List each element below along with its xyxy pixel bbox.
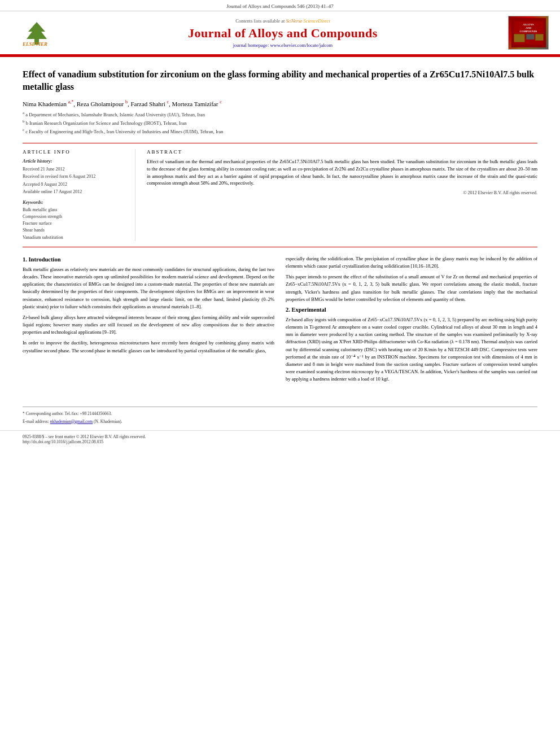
affiliations: a a Department of Mechanics, Islamshahr …	[23, 110, 537, 135]
journal-banner: ELSEVIER Contents lists available at Sci…	[0, 11, 560, 55]
svg-text:ALLOYS: ALLOYS	[523, 23, 534, 26]
copyright-line: © 2012 Elsevier B.V. All rights reserved…	[147, 190, 537, 195]
elsevier-logo-area: ELSEVIER	[11, 19, 62, 46]
main-content: Effect of vanadium substitution for zirc…	[0, 57, 560, 397]
keyword-1: Bulk metallic glass	[23, 207, 127, 213]
svg-text:COMPOUNDS: COMPOUNDS	[519, 30, 537, 33]
intro-col2-para-1: especially during the solidification. Th…	[286, 255, 537, 270]
received-date: Received 21 June 2012	[23, 166, 127, 172]
article-info-abstract-section: ARTICLE INFO Article history: Received 2…	[23, 143, 537, 247]
intro-para-1: Bulk metallic glasses as relatively new …	[23, 266, 274, 311]
keyword-2: Compression strength	[23, 213, 127, 220]
svg-text:AND: AND	[525, 27, 531, 29]
introduction-title: 1. Introduction	[23, 256, 274, 263]
issn-line: 0925-8388/$ – see front matter © 2012 El…	[23, 434, 537, 439]
body-section: 1. Introduction Bulk metallic glasses as…	[23, 255, 537, 387]
svg-text:ELSEVIER: ELSEVIER	[22, 41, 47, 46]
svg-rect-9	[526, 34, 534, 39]
svg-rect-10	[535, 34, 543, 40]
affiliation-c: c c Faculty of Engineering and High-Tech…	[23, 127, 537, 136]
journal-title: Journal of Alloys and Compounds	[68, 26, 498, 41]
article-info-column: ARTICLE INFO Article history: Received 2…	[23, 149, 135, 241]
doi-line: http://dx.doi.org/10.1016/j.jallcom.2012…	[23, 439, 537, 444]
homepage-line: journal homepage: www.elsevier.com/locat…	[68, 42, 498, 48]
sciverse-line: Contents lists available at SciVerse Sci…	[68, 18, 498, 24]
abstract-heading: ABSTRACT	[147, 149, 537, 155]
history-label: Article history:	[23, 158, 127, 164]
affiliation-b: b b Iranian Research Organization for Sc…	[23, 119, 537, 127]
svg-marker-1	[27, 22, 47, 39]
available-date: Available online 17 August 2012	[23, 189, 127, 195]
revised-date: Received in revised form 6 August 2012	[23, 173, 127, 180]
footer-rule	[23, 407, 537, 410]
accepted-date: Accepted 8 August 2012	[23, 181, 127, 187]
svg-rect-8	[514, 34, 524, 42]
journal-reference: Journal of Alloys and Compounds 546 (201…	[0, 0, 560, 11]
intro-col2-para-2: This paper intends to present the effect…	[286, 273, 537, 303]
paper-title: Effect of vanadium substitution for zirc…	[23, 68, 537, 94]
intro-para-3: In order to improve the ductility, heter…	[23, 339, 274, 354]
journal-logo-area: ALLOYS AND COMPOUNDS	[504, 16, 549, 50]
journal-logo-box: ALLOYS AND COMPOUNDS	[508, 16, 549, 50]
footer-bottom: 0925-8388/$ – see front matter © 2012 El…	[0, 430, 560, 450]
authors-line: Nima Khademian a,*, Reza Gholamipour b, …	[23, 99, 537, 107]
keyword-5: Vanadium substitution	[23, 234, 127, 241]
body-col-left: 1. Introduction Bulk metallic glasses as…	[23, 255, 274, 387]
keywords-label: Keywords:	[23, 199, 127, 205]
abstract-text: Effect of vanadium on the thermal and me…	[147, 158, 537, 187]
journal-cover-icon: ALLOYS AND COMPOUNDS	[510, 18, 547, 47]
intro-para-2: Zr-based bulk glassy alloys have attract…	[23, 314, 274, 337]
experimental-text: Zr-based alloy ingots with composition o…	[286, 316, 537, 383]
article-info-heading: ARTICLE INFO	[23, 149, 127, 155]
body-col-right: especially during the solidification. Th…	[286, 255, 537, 387]
affiliation-a: a a Department of Mechanics, Islamshahr …	[23, 110, 537, 119]
corresponding-author-note: * Corresponding author. Tel./fax: +98 21…	[0, 410, 560, 417]
keyword-4: Shear bands	[23, 227, 127, 233]
keyword-3: Fracture surface	[23, 220, 127, 226]
experimental-title: 2. Experimental	[286, 307, 537, 313]
email-note: E-mail address: nkhademian@gmail.com (N.…	[0, 418, 560, 425]
journal-title-area: Contents lists available at SciVerse Sci…	[68, 18, 498, 48]
elsevier-tree-icon: ELSEVIER	[20, 19, 54, 46]
abstract-column: ABSTRACT Effect of vanadium on the therm…	[147, 149, 537, 241]
